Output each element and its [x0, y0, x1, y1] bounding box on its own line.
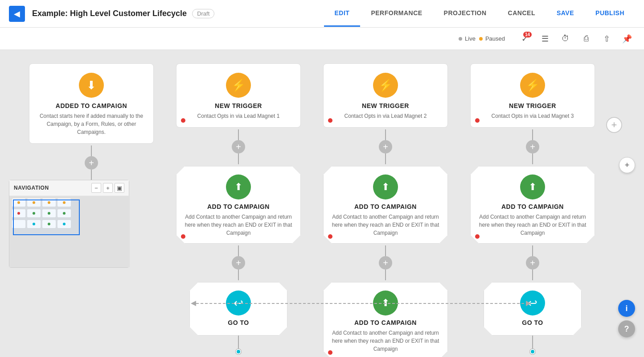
add-step-button-2a[interactable]: + — [232, 140, 245, 154]
action-icon-4a: ⬆ — [520, 174, 545, 199]
print-icon[interactable]: ⎙ — [578, 31, 594, 47]
trigger-title-4: NEW TRIGGER — [509, 102, 556, 109]
add-step-button-4b[interactable]: + — [526, 256, 539, 270]
nav-panel-controls: − + ▣ — [91, 183, 124, 193]
connector-line — [385, 129, 386, 140]
flow-col-3: ⚡ NEW TRIGGER Contact Opts in via Lead M… — [312, 63, 459, 357]
campaign-title: Example: High Level Customer Lifecycle — [32, 9, 187, 18]
plus-connector-2b: + — [232, 245, 245, 280]
canvas: ⬇ ADDED TO CAMPAIGN Contact starts here … — [0, 50, 644, 357]
plus-connector-4b: + — [526, 245, 539, 280]
tab-performance[interactable]: PERFORMANCE — [360, 0, 433, 27]
tab-publish[interactable]: PUBLISH — [585, 0, 635, 27]
add-step-button-4a[interactable]: + — [526, 140, 539, 154]
connector-line — [91, 145, 92, 156]
connector-line — [238, 154, 239, 164]
share-icon[interactable]: ⇧ — [599, 31, 615, 47]
cross-connection-svg — [196, 295, 526, 312]
back-button[interactable]: ◀ — [9, 6, 25, 22]
fit-button[interactable]: ▣ — [115, 183, 124, 193]
add-trigger-button[interactable]: + — [619, 157, 635, 173]
history-icon[interactable]: ⏱ — [558, 31, 574, 47]
action-desc-3a: Add Contact to another Campaign and retu… — [331, 213, 440, 237]
action-status-dot — [328, 350, 332, 355]
action-title-3b: ADD TO CAMPAIGN — [354, 319, 417, 326]
navigation-panel: NAVIGATION − + ▣ — [9, 180, 129, 268]
connector-line — [532, 154, 533, 164]
paused-status: Paused — [479, 35, 505, 42]
trigger-icon-2: ⚡ — [373, 73, 398, 98]
trigger-card-campaign[interactable]: ⬇ ADDED TO CAMPAIGN Contact starts here … — [29, 63, 154, 144]
bottom-dot-2 — [236, 349, 241, 354]
tasks-icon[interactable]: ✓ 14 — [517, 31, 533, 47]
add-column-button[interactable]: + — [606, 117, 622, 133]
trigger-desc-2: Contact Opts in via Lead Magnet 1 — [197, 112, 280, 120]
connector-line — [238, 245, 239, 256]
plus-connector-3b: + — [379, 245, 392, 280]
trigger-card-3[interactable]: ⚡ NEW TRIGGER Contact Opts in via Lead M… — [470, 63, 595, 128]
action-title-3a: ADD TO CAMPAIGN — [354, 203, 417, 210]
node-status-dot — [475, 118, 480, 123]
node-status-dot — [328, 118, 332, 123]
nav-panel-title: NAVIGATION — [14, 185, 49, 191]
plus-connector-3a: + — [379, 129, 392, 164]
task-badge: 14 — [523, 32, 532, 37]
flow-col-2: ⚡ NEW TRIGGER Contact Opts in via Lead M… — [165, 63, 312, 357]
trigger-card-2[interactable]: ⚡ NEW TRIGGER Contact Opts in via Lead M… — [323, 63, 448, 128]
action-icon-3a: ⬆ — [373, 174, 398, 199]
add-step-button-2b[interactable]: + — [232, 256, 245, 270]
action-icon-2a: ⬆ — [226, 174, 251, 199]
minimap-viewport[interactable] — [13, 199, 80, 235]
trigger-title-3: NEW TRIGGER — [362, 102, 409, 109]
trigger-desc-3: Contact Opts in via Lead Magnet 2 — [345, 112, 427, 120]
pin-icon[interactable]: 📌 — [619, 31, 635, 47]
action-node-2a[interactable]: ⬆ ADD TO CAMPAIGN Add Contact to another… — [176, 166, 301, 244]
connector-line — [532, 129, 533, 140]
connector-line — [238, 270, 239, 280]
toolbar: Live Paused ✓ 14 ☰ ⏱ ⎙ ⇧ 📌 — [0, 28, 644, 50]
live-status: Live — [459, 35, 476, 42]
connector-line — [385, 245, 386, 256]
goto-title-4: GO TO — [522, 319, 543, 326]
connector-line — [532, 270, 533, 280]
action-status-dot — [181, 234, 185, 239]
comments-icon[interactable]: ☰ — [537, 31, 553, 47]
add-step-button-3b[interactable]: + — [379, 256, 392, 270]
help-button[interactable]: ? — [618, 320, 635, 337]
tab-projection[interactable]: PROJECTION — [433, 0, 497, 27]
tab-edit[interactable]: EDIT — [324, 0, 361, 27]
zoom-in-button[interactable]: + — [103, 183, 113, 193]
trigger-icon-1: ⚡ — [226, 73, 251, 98]
plus-connector-1: + — [85, 145, 98, 180]
add-step-button-3a[interactable]: + — [379, 140, 392, 154]
bottom-line-2 — [238, 336, 239, 349]
action-node-4a[interactable]: ⬆ ADD TO CAMPAIGN Add Contact to another… — [470, 166, 595, 244]
flow-col-4: ⚡ NEW TRIGGER Contact Opts in via Lead M… — [459, 63, 606, 357]
help-icon: ? — [624, 324, 629, 334]
minimap[interactable] — [9, 196, 130, 267]
connector-line — [91, 170, 92, 180]
trigger-desc-4: Contact Opts in via Lead Magnet 3 — [492, 112, 574, 120]
bottom-dot-4 — [530, 349, 535, 354]
add-fab[interactable]: + — [619, 157, 635, 173]
zoom-out-button[interactable]: − — [91, 183, 101, 193]
info-button[interactable]: i — [618, 300, 635, 317]
trigger-card-1[interactable]: ⚡ NEW TRIGGER Contact Opts in via Lead M… — [176, 63, 301, 128]
tab-cancel[interactable]: CANCEL — [497, 0, 546, 27]
connector-line — [532, 245, 533, 256]
node-status-dot — [181, 118, 185, 123]
live-label: Live — [465, 35, 476, 42]
action-desc-2a: Add Contact to another Campaign and retu… — [184, 213, 293, 237]
trigger-icon-3: ⚡ — [520, 73, 545, 98]
plus-connector-2a: + — [232, 129, 245, 164]
trigger-title-2: NEW TRIGGER — [215, 102, 262, 109]
connector-line — [238, 129, 239, 140]
action-node-3b[interactable]: ⬆ ADD TO CAMPAIGN Add Contact to another… — [323, 282, 448, 357]
action-title-4a: ADD TO CAMPAIGN — [501, 203, 564, 210]
action-title-2a: ADD TO CAMPAIGN — [207, 203, 270, 210]
tab-save[interactable]: SAVE — [546, 0, 585, 27]
nav-panel-header: NAVIGATION − + ▣ — [9, 180, 129, 196]
add-step-button-1[interactable]: + — [85, 156, 98, 170]
action-node-3a[interactable]: ⬆ ADD TO CAMPAIGN Add Contact to another… — [323, 166, 448, 244]
plus-connector-4a: + — [526, 129, 539, 164]
